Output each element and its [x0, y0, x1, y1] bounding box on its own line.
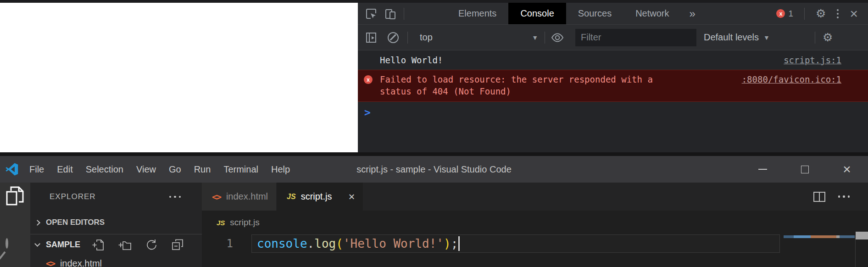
vscode-titlebar: script.js - sample - Visual Studio Code …: [0, 156, 868, 183]
new-file-icon[interactable]: [92, 239, 104, 251]
tab-elements[interactable]: Elements: [446, 3, 508, 24]
new-folder-icon[interactable]: [118, 239, 131, 251]
vscode-window-top-edge: [0, 152, 868, 156]
tab-script-js[interactable]: JS script.js ×: [277, 183, 363, 211]
code-token: log: [314, 237, 336, 250]
divider: [545, 32, 545, 44]
tab-console[interactable]: Console: [508, 3, 566, 24]
prompt-chevron-icon: >: [364, 106, 371, 118]
devtools-close-icon[interactable]: ×: [850, 7, 858, 21]
menu-file[interactable]: File: [23, 156, 50, 183]
clear-console-icon[interactable]: [385, 30, 401, 45]
code-token: ;: [451, 237, 458, 250]
tab-index-html[interactable]: <> index.html: [202, 183, 277, 211]
log-source-link[interactable]: script.js:1: [784, 55, 841, 65]
more-tabs-icon[interactable]: »: [681, 3, 704, 24]
breadcrumb[interactable]: JS script.js: [202, 211, 868, 234]
maximize-button[interactable]: [784, 156, 826, 183]
code-editor[interactable]: 1 console.log('Hello World!');: [202, 234, 868, 267]
error-icon: x: [776, 9, 785, 18]
divider: [407, 32, 408, 44]
minimize-icon: [758, 169, 767, 170]
context-selector-dropdown[interactable]: top ▼: [420, 32, 538, 43]
menu-view[interactable]: View: [130, 156, 162, 183]
tab-network[interactable]: Network: [623, 3, 681, 24]
error-count: 1: [788, 9, 793, 19]
tab-label: script.js: [301, 191, 332, 202]
tab-sources[interactable]: Sources: [566, 3, 623, 24]
browser-page-blank: [0, 3, 358, 152]
explorer-actions: [92, 239, 184, 251]
log-levels-dropdown[interactable]: Default levels ▼: [704, 32, 783, 43]
eye-icon[interactable]: [550, 30, 565, 45]
text-cursor: [458, 236, 460, 251]
console-settings-gear-icon[interactable]: ⚙: [823, 32, 833, 43]
editor-actions: [813, 183, 868, 211]
chevron-down-icon: [34, 241, 40, 247]
chevron-right-icon: [34, 220, 40, 226]
menu-selection[interactable]: Selection: [79, 156, 130, 183]
js-file-icon: JS: [287, 193, 296, 201]
html-file-icon: <>: [46, 258, 55, 267]
error-message-text: Failed to load resource: the server resp…: [380, 73, 673, 97]
code-token: ): [444, 237, 451, 250]
explorer-icon[interactable]: [5, 185, 26, 210]
console-log-row: Hello World! script.js:1: [358, 50, 868, 70]
console-messages: Hello World! script.js:1 x Failed to loa…: [358, 50, 868, 152]
console-prompt[interactable]: >: [358, 102, 868, 118]
html-file-icon: <>: [212, 192, 221, 202]
open-editors-section[interactable]: OPEN EDITORS: [30, 211, 202, 234]
settings-gear-icon[interactable]: ⚙: [816, 8, 826, 19]
line-number: 1: [202, 234, 251, 253]
tab-close-icon[interactable]: ×: [348, 191, 355, 202]
menu-go[interactable]: Go: [162, 156, 188, 183]
divider: [804, 8, 805, 20]
devtools-menu-icon[interactable]: [837, 9, 839, 18]
code-line-1[interactable]: console.log('Hello World!');: [251, 234, 780, 253]
search-icon[interactable]: [6, 239, 21, 267]
minimap[interactable]: [784, 235, 855, 238]
editor-group: <> index.html JS script.js × JS script.j…: [202, 183, 868, 267]
log-message-text: Hello World!: [380, 55, 443, 65]
window-controls: ×: [741, 156, 868, 183]
log-levels-value: Default levels: [704, 32, 759, 43]
devtools-panel: Elements Console Sources Network » x 1 ⚙…: [358, 3, 868, 152]
inspect-element-icon[interactable]: [363, 6, 379, 22]
code-token: console: [257, 237, 307, 250]
file-name: index.html: [60, 258, 102, 267]
close-button[interactable]: ×: [826, 156, 868, 183]
menu-terminal[interactable]: Terminal: [217, 156, 265, 183]
sidebar-header: EXPLORER: [30, 183, 202, 211]
code-token: 'Hello World!': [343, 237, 444, 250]
editor-scrollbar[interactable]: [856, 232, 868, 239]
breadcrumb-file: script.js: [230, 217, 259, 228]
minimap-border: [855, 235, 856, 267]
menu-edit[interactable]: Edit: [50, 156, 79, 183]
explorer-more-actions-icon[interactable]: [169, 196, 181, 198]
device-toolbar-icon[interactable]: [383, 6, 398, 22]
refresh-icon[interactable]: [145, 239, 157, 251]
editor-more-actions-icon[interactable]: [838, 195, 850, 198]
devtools-tabs: Elements Console Sources Network »: [446, 3, 704, 24]
code-token: (: [336, 237, 343, 250]
editor-tabbar: <> index.html JS script.js ×: [202, 183, 868, 211]
error-source-link[interactable]: :8080/favicon.ico:1: [742, 74, 841, 84]
split-editor-icon[interactable]: [813, 192, 825, 202]
folder-section-sample[interactable]: SAMPLE: [30, 234, 202, 255]
activity-bar: [0, 183, 30, 267]
console-error-row: x Failed to load resource: the server re…: [358, 70, 868, 102]
folder-label: SAMPLE: [46, 240, 80, 250]
dropdown-caret-icon: ▼: [763, 34, 770, 41]
menu-help[interactable]: Help: [265, 156, 296, 183]
menu-run[interactable]: Run: [188, 156, 217, 183]
console-sidebar-icon[interactable]: [363, 30, 379, 45]
collapse-folders-icon[interactable]: [172, 239, 184, 251]
vscode-main: EXPLORER OPEN EDITORS SAMPLE: [0, 183, 868, 267]
file-item-index-html[interactable]: <> index.html: [30, 255, 202, 267]
menubar: File Edit Selection View Go Run Terminal…: [23, 156, 296, 183]
minimize-button[interactable]: [741, 156, 784, 183]
close-icon: ×: [843, 162, 851, 176]
filter-input[interactable]: [575, 29, 696, 46]
js-file-icon: JS: [217, 219, 225, 227]
error-count-badge[interactable]: x 1: [776, 9, 793, 19]
